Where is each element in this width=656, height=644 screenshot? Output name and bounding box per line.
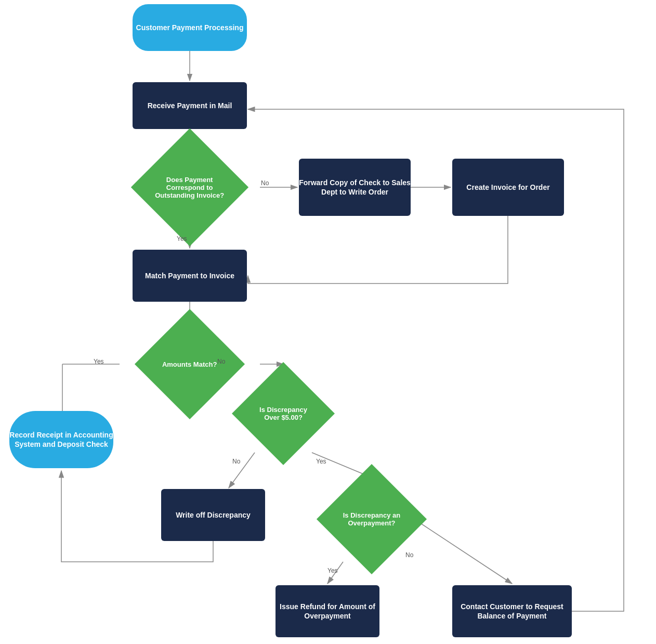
record-receipt-node: Record Receipt in Accounting System and …: [9, 411, 113, 468]
match-payment-node: Match Payment to Invoice: [133, 250, 247, 302]
issue-refund-node: Issue Refund for Amount of Overpayment: [275, 585, 379, 637]
label-yes1: Yes: [177, 235, 187, 242]
write-off-node: Write off Discrepancy: [161, 489, 265, 541]
is-discrepancy-over-node: Is Discrepancy Over $5.00?: [224, 372, 343, 455]
forward-check-node: Forward Copy of Check to Sales Dept to W…: [299, 159, 411, 216]
contact-customer-node: Contact Customer to Request Balance of P…: [452, 585, 572, 637]
label-no4: No: [405, 551, 413, 559]
receive-payment-node: Receive Payment in Mail: [133, 82, 247, 129]
start-node: Customer Payment Processing: [133, 4, 247, 51]
create-invoice-node: Create Invoice for Order: [452, 159, 564, 216]
label-no3: No: [232, 458, 240, 465]
label-yes4: Yes: [327, 567, 338, 574]
label-yes3: Yes: [316, 458, 326, 465]
flowchart: Customer Payment Processing Receive Paym…: [0, 0, 656, 644]
does-payment-correspond-node: Does Payment Correspond to Outstanding I…: [120, 140, 260, 234]
is-overpayment-node: Is Discrepancy an Overpayment?: [307, 473, 437, 564]
label-yes2: Yes: [94, 358, 104, 365]
label-no2: No: [217, 358, 225, 365]
label-no1: No: [261, 179, 269, 187]
